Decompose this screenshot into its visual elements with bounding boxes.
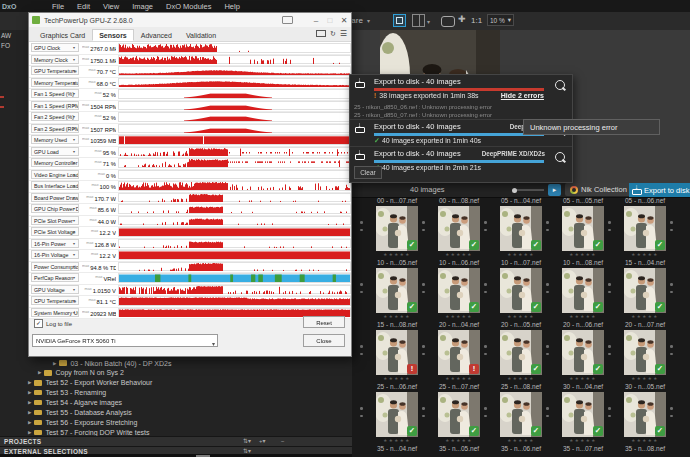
zoom-1to1-button[interactable]: 1:1 xyxy=(471,16,482,25)
thumbnail-20-n-07-nef[interactable]: ✓ xyxy=(624,268,666,313)
tab-sensors[interactable]: Sensors xyxy=(92,29,134,41)
thumbnail-15-n-08-nef[interactable]: ✓ xyxy=(376,268,418,313)
thumbnail-size-slider[interactable] xyxy=(516,189,544,191)
star-rating[interactable]: ★★★★★ xyxy=(614,438,676,443)
log-to-file-checkbox[interactable]: ✓ xyxy=(34,319,43,328)
hamburger-menu-icon[interactable]: ☰ xyxy=(340,29,347,38)
chevron-down-icon[interactable]: ▾ xyxy=(73,310,75,315)
chevron-down-icon[interactable]: ▾ xyxy=(73,206,75,211)
star-rating[interactable]: ★★★★★ xyxy=(614,314,676,319)
star-rating[interactable]: ★★★★★ xyxy=(490,252,552,257)
folder-item-test-56-exposure-stretching[interactable]: ▶Test 56 - Exposure Stretching xyxy=(28,417,137,427)
hide-errors-link[interactable]: Hide 2 errors xyxy=(501,92,544,99)
chevron-down-icon[interactable]: ▾ xyxy=(73,103,75,108)
chevron-down-icon[interactable]: ▾ xyxy=(73,45,75,50)
menu-item-image[interactable]: Image xyxy=(132,2,153,11)
export-to-disk-button[interactable]: ↓ Export to disk ▾ xyxy=(629,183,690,197)
chevron-down-icon[interactable]: ▾ xyxy=(73,80,75,85)
thumbnail-20-n-06-nef[interactable]: ✓ xyxy=(562,268,604,313)
tab-graphics-card[interactable]: Graphics Card xyxy=(33,29,92,41)
folder-item-03-nikon-batch-40-dp-xd2s[interactable]: ▶03 - Nikon Batch (40) - DP XD2s xyxy=(53,358,172,368)
menu-item-dxo-modules[interactable]: DxO Modules xyxy=(166,2,211,11)
star-rating[interactable]: ★★★★★ xyxy=(552,252,614,257)
gpu-device-select[interactable]: NVIDIA GeForce RTX 5060 Ti ▾ xyxy=(32,334,218,347)
close-window-button[interactable]: ✕ xyxy=(337,16,351,25)
split-view-button[interactable] xyxy=(412,14,425,27)
maximize-button[interactable]: □ xyxy=(323,16,337,25)
thumbnail-20-n-05-nef[interactable]: ✓ xyxy=(500,268,542,313)
expand-arrow-icon[interactable]: ▶ xyxy=(28,430,31,435)
folder-item-test-55-database-analysis[interactable]: ▶Test 55 - Database Analysis xyxy=(28,408,132,418)
thumbnail-35-n-06-nef[interactable]: ✓ xyxy=(500,392,542,437)
chevron-down-icon[interactable]: ▾ xyxy=(73,287,75,292)
chevron-down-icon[interactable]: ▾ xyxy=(427,18,430,25)
chevron-down-icon[interactable]: ▾ xyxy=(73,298,75,303)
magnifier-icon[interactable] xyxy=(555,80,565,90)
clear-notifications-button[interactable]: Clear xyxy=(354,166,382,179)
chevron-down-icon[interactable]: ▾ xyxy=(73,137,75,142)
gpuz-titlebar[interactable]: TechPowerUp GPU-Z 2.68.0 – □ ✕ xyxy=(29,13,351,28)
folder-item-test-52-export-worker-behaviou[interactable]: ▶Test 52 - Export Worker Behaviour xyxy=(28,378,152,388)
thumbnail-35-n-04-nef[interactable]: ✓ xyxy=(376,392,418,437)
star-rating[interactable]: ★★★★★ xyxy=(366,314,428,319)
thumbnail-35-n-05-nef[interactable]: ✓ xyxy=(438,392,480,437)
expand-arrow-icon[interactable]: ▶ xyxy=(28,380,31,385)
export-panel-toggle-button[interactable]: ▸ xyxy=(548,184,561,196)
chevron-down-icon[interactable]: ▾ xyxy=(73,160,75,165)
minimize-button[interactable]: – xyxy=(309,16,323,25)
star-rating[interactable]: ★★★★★ xyxy=(490,438,552,443)
star-rating[interactable]: ★★★★★ xyxy=(428,314,490,319)
star-rating[interactable]: ★★★★★ xyxy=(490,376,552,381)
thumbnail-10-n-06-nef[interactable]: ✓ xyxy=(438,206,480,251)
chevron-down-icon[interactable]: ▾ xyxy=(73,275,75,280)
chevron-down-icon[interactable]: ▾ xyxy=(73,252,75,257)
folder-item-test-53-renaming[interactable]: ▶Test 53 - Renaming xyxy=(28,388,106,398)
chevron-down-icon[interactable]: ▾ xyxy=(73,229,75,234)
chevron-down-icon[interactable]: ▾ xyxy=(73,68,75,73)
tab-advanced[interactable]: Advanced xyxy=(134,29,179,41)
thumbnail-10-n-05-nef[interactable]: ✓ xyxy=(376,206,418,251)
thumbnail-35-n-08-nef[interactable]: ✓ xyxy=(624,392,666,437)
chevron-down-icon[interactable]: ▾ xyxy=(73,264,75,269)
projects-panel-header[interactable]: PROJECTS ⇅▾ +▾ − xyxy=(0,436,352,446)
chevron-down-icon[interactable]: ▾ xyxy=(73,241,75,246)
zoom-level-select[interactable]: 10 % ▾ xyxy=(487,14,514,26)
refresh-icon[interactable]: ↻ xyxy=(330,30,336,38)
chevron-down-icon[interactable]: ▾ xyxy=(73,149,75,154)
thumbnail-20-n-04-nef[interactable]: ✓ xyxy=(438,268,480,313)
expand-arrow-icon[interactable]: ▶ xyxy=(28,400,31,405)
thumbnail-25-n-06-nef[interactable]: ! xyxy=(376,330,418,375)
camera-icon[interactable] xyxy=(316,30,326,37)
chevron-down-icon[interactable]: ▾ xyxy=(73,172,75,177)
scrollbar-thumb[interactable] xyxy=(196,455,210,457)
chevron-down-icon[interactable]: ▾ xyxy=(73,57,75,62)
slider-knob[interactable] xyxy=(512,188,517,193)
expand-arrow-icon[interactable]: ▶ xyxy=(38,370,41,375)
star-rating[interactable]: ★★★★★ xyxy=(428,252,490,257)
close-button[interactable]: Close xyxy=(303,334,345,347)
star-rating[interactable]: ★★★★★ xyxy=(552,438,614,443)
menu-item-view[interactable]: View xyxy=(103,2,119,11)
nik-collection-button[interactable]: Nik Collection xyxy=(565,183,632,196)
expand-arrow-icon[interactable]: ▶ xyxy=(28,410,31,415)
thumbnail-30-n-04-nef[interactable]: ✓ xyxy=(562,330,604,375)
expand-arrow-icon[interactable]: ▶ xyxy=(28,420,31,425)
chevron-down-icon[interactable]: ▾ xyxy=(73,126,75,131)
star-rating[interactable]: ★★★★★ xyxy=(366,376,428,381)
tab-validation[interactable]: Validation xyxy=(179,29,223,41)
star-rating[interactable]: ★★★★★ xyxy=(614,376,676,381)
star-rating[interactable]: ★★★★★ xyxy=(366,438,428,443)
chevron-down-icon[interactable]: ▾ xyxy=(73,91,75,96)
thumbnail-10-n-08-nef[interactable]: ✓ xyxy=(562,206,604,251)
magnifier-icon[interactable] xyxy=(555,152,565,162)
star-rating[interactable]: ★★★★★ xyxy=(552,314,614,319)
thumbnail-35-n-07-nef[interactable]: ✓ xyxy=(562,392,604,437)
star-rating[interactable]: ★★★★★ xyxy=(428,376,490,381)
pan-tool-button[interactable]: ✚ xyxy=(458,14,466,24)
star-rating[interactable]: ★★★★★ xyxy=(428,438,490,443)
log-to-file-row[interactable]: ✓ Log to file xyxy=(34,319,72,328)
screenshot-icon[interactable] xyxy=(282,16,293,24)
expand-arrow-icon[interactable]: ▶ xyxy=(53,361,56,366)
chevron-down-icon[interactable]: ▾ xyxy=(73,195,75,200)
folder-item-copy-from-n-on-sys-2[interactable]: ▶Copy from N on Sys 2 xyxy=(38,368,124,378)
